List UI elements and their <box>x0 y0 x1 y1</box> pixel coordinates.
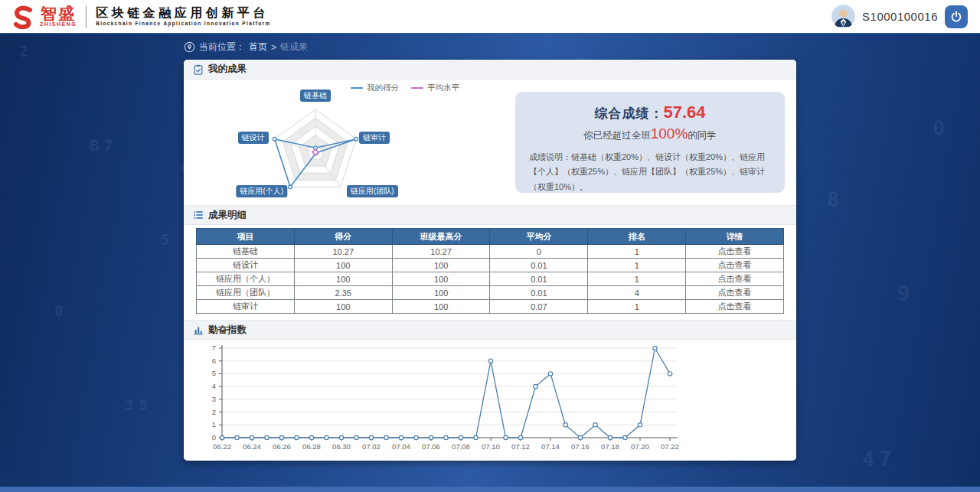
table-cell: 0.01 <box>490 259 588 272</box>
svg-text:4: 4 <box>212 382 216 390</box>
logo-divider <box>86 6 87 28</box>
clipboard-check-icon <box>193 64 204 75</box>
table-header-row: 项目 得分 班级最高分 平均分 排名 详情 <box>197 229 784 245</box>
page: 260452A7C8014B852647B773DE935862F05B 智盛 … <box>0 0 980 492</box>
footer-bar <box>0 487 980 492</box>
table-row: 链应用（个人）1001000.011点击查看 <box>197 272 784 286</box>
table-cell: 1 <box>588 300 686 314</box>
table-cell: 链审计 <box>197 300 295 314</box>
table-cell: 100 <box>392 300 490 314</box>
svg-text:06.24: 06.24 <box>243 442 261 451</box>
detail-view-link[interactable]: 点击查看 <box>686 300 784 314</box>
svg-text:07.04: 07.04 <box>392 442 410 451</box>
svg-text:0: 0 <box>212 433 216 441</box>
user-area: S1000100016 <box>831 5 968 28</box>
svg-text:06.30: 06.30 <box>332 442 351 451</box>
col-header: 项目 <box>197 229 295 245</box>
detail-view-link[interactable]: 点击查看 <box>686 286 784 300</box>
svg-text:06.28: 06.28 <box>302 442 321 451</box>
table-cell: 0 <box>490 245 588 259</box>
svg-text:07.10: 07.10 <box>482 442 500 451</box>
logo: 智盛 ZHISHENG 区块链金融应用创新平台 Blockchain Finan… <box>11 0 271 33</box>
table-cell: 1 <box>588 259 686 272</box>
table-row: 链应用（团队）2.351000.014点击查看 <box>197 286 784 300</box>
col-header: 得分 <box>294 229 392 245</box>
svg-text:7: 7 <box>212 344 216 352</box>
table-cell: 10.27 <box>392 245 490 259</box>
composite-score-label: 综合成绩： <box>594 106 663 121</box>
results-table-body: 链基础10.2710.2701点击查看链设计1001000.011点击查看链应用… <box>197 245 784 314</box>
svg-text:07.18: 07.18 <box>601 442 619 451</box>
user-id: S1000100016 <box>862 10 938 23</box>
platform-title-en: Blockchain Finance Application Innovatio… <box>96 20 270 27</box>
svg-text:3: 3 <box>212 395 216 403</box>
content-card: 我的成果 我的得分 平均水平 链基础链审计链应用(团队)链应用(个人)链设计 综… <box>184 60 796 461</box>
col-header: 平均分 <box>490 229 588 245</box>
surpass-suffix: 的同学 <box>688 130 717 141</box>
table-cell: 0.01 <box>490 286 588 300</box>
table-cell: 0.07 <box>490 300 588 314</box>
radar-axis-label: 链应用(团队) <box>347 185 398 197</box>
section-title-text: 成果明细 <box>208 209 247 222</box>
detail-view-link[interactable]: 点击查看 <box>686 259 784 272</box>
table-cell: 链应用（个人） <box>197 272 295 286</box>
achievements-body: 我的得分 平均水平 链基础链审计链应用(团队)链应用(个人)链设计 综合成绩：5… <box>184 80 796 205</box>
location-icon <box>184 41 195 53</box>
table-cell: 链应用（团队） <box>197 286 295 300</box>
composite-score-value: 57.64 <box>663 103 705 122</box>
diligence-chart-wrap: 0123456706.2206.2406.2606.2806.3007.0207… <box>184 340 796 459</box>
svg-text:07.20: 07.20 <box>631 442 649 451</box>
radar-axis-label: 链应用(个人) <box>236 185 287 197</box>
table-cell: 100 <box>392 259 490 272</box>
brand-name-en: ZHISHENG <box>40 21 77 28</box>
radar-chart-area: 链基础链审计链应用(团队)链应用(个人)链设计 <box>230 86 469 205</box>
section-title-diligence: 勤奋指数 <box>184 320 796 340</box>
radar-axis-label: 链设计 <box>238 132 269 144</box>
svg-text:06.26: 06.26 <box>273 442 291 451</box>
section-title-details: 成果明细 <box>184 205 796 225</box>
table-row: 链设计1001000.011点击查看 <box>197 259 784 272</box>
brand-s-icon <box>11 5 35 29</box>
table-cell: 2.35 <box>294 286 392 300</box>
breadcrumb-label: 当前位置： <box>199 41 245 54</box>
results-table-wrap: 项目 得分 班级最高分 平均分 排名 详情 链基础10.2710.2701点击查… <box>184 225 796 320</box>
svg-text:07.06: 07.06 <box>422 442 440 451</box>
diligence-line-chart: 0123456706.2206.2406.2606.2806.3007.0207… <box>195 341 785 456</box>
table-cell: 100 <box>392 286 490 300</box>
svg-text:5: 5 <box>212 369 216 377</box>
table-cell: 100 <box>392 272 490 286</box>
table-cell: 1 <box>588 272 686 286</box>
svg-text:07.16: 07.16 <box>571 442 590 451</box>
table-row: 链审计1001000.071点击查看 <box>197 300 784 314</box>
col-header: 详情 <box>686 229 784 245</box>
table-cell: 链基础 <box>197 245 295 259</box>
breadcrumb-separator: > <box>271 42 276 53</box>
table-cell: 4 <box>588 286 686 300</box>
col-header: 班级最高分 <box>392 229 490 245</box>
user-avatar[interactable] <box>831 5 855 28</box>
logout-button[interactable] <box>945 5 968 28</box>
power-icon <box>950 11 962 23</box>
breadcrumb: 当前位置： 首页 > 链成果 <box>184 41 308 54</box>
results-table: 项目 得分 班级最高分 平均分 排名 详情 链基础10.2710.2701点击查… <box>196 228 784 314</box>
svg-text:2: 2 <box>212 408 216 416</box>
score-panel: 综合成绩：57.64 你已经超过全班100%的同学 成绩说明：链基础（权重20%… <box>515 92 785 193</box>
score-explanation: 成绩说明：链基础（权重20%）、链设计（权重20%）、链应用【个人】（权重25%… <box>529 150 771 194</box>
table-cell: 100 <box>294 272 392 286</box>
svg-text:07.12: 07.12 <box>511 442 530 451</box>
top-bar: 智盛 ZHISHENG 区块链金融应用创新平台 Blockchain Finan… <box>0 0 980 34</box>
svg-text:07.02: 07.02 <box>362 442 381 451</box>
table-cell: 1 <box>588 245 686 259</box>
table-cell: 链设计 <box>197 259 295 272</box>
breadcrumb-home-link[interactable]: 首页 <box>249 41 267 54</box>
table-cell: 100 <box>294 300 392 314</box>
table-cell: 10.27 <box>294 245 392 259</box>
table-cell: 100 <box>294 259 392 272</box>
col-header: 排名 <box>588 229 686 245</box>
surpass-prefix: 你已经超过全班 <box>583 130 651 141</box>
brand-name: 智盛 <box>41 5 76 21</box>
radar-axis-label: 链审计 <box>359 132 390 144</box>
detail-view-link[interactable]: 点击查看 <box>686 245 784 259</box>
bar-chart-icon <box>193 324 204 335</box>
detail-view-link[interactable]: 点击查看 <box>686 272 784 286</box>
